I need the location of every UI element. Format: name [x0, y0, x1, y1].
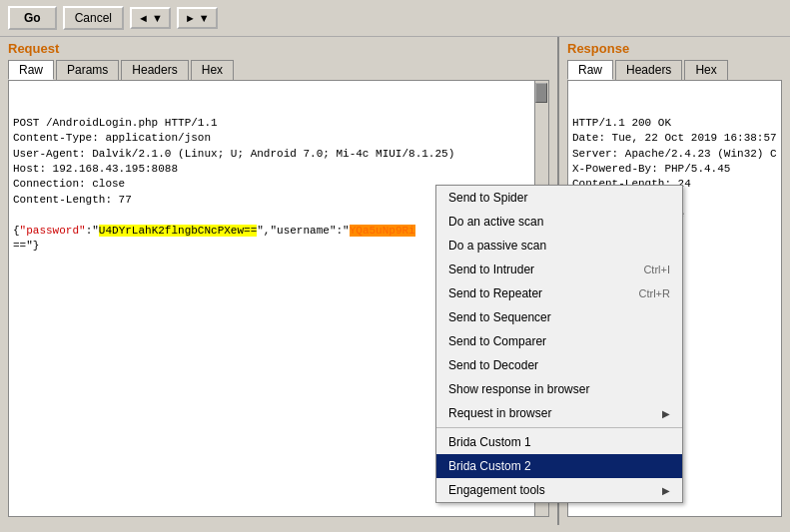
menu-item-label: Brida Custom 1 — [448, 435, 531, 449]
tab-raw-response[interactable]: Raw — [567, 60, 613, 80]
tab-headers-request[interactable]: Headers — [121, 60, 188, 80]
menu-item-brida-custom-2[interactable]: Brida Custom 2 — [436, 454, 682, 478]
forward-button[interactable]: ► ▼ — [177, 7, 218, 29]
menu-item-do-active-scan[interactable]: Do an active scan — [436, 210, 682, 234]
back-button[interactable]: ◄ ▼ — [130, 7, 171, 29]
menu-item-engagement-tools[interactable]: Engagement tools▶ — [436, 478, 682, 502]
request-tab-bar: Raw Params Headers Hex — [0, 58, 557, 80]
tab-raw-request[interactable]: Raw — [8, 60, 54, 80]
menu-item-label: Send to Repeater — [448, 286, 542, 300]
tab-params[interactable]: Params — [56, 60, 119, 80]
menu-item-label: Send to Spider — [448, 191, 527, 205]
context-menu: Send to SpiderDo an active scanDo a pass… — [435, 185, 683, 503]
menu-item-send-to-intruder[interactable]: Send to IntruderCtrl+I — [436, 258, 682, 281]
menu-item-label: Send to Sequencer — [448, 310, 551, 324]
request-scrollbar-thumb — [535, 83, 547, 103]
menu-item-label: Do a passive scan — [448, 239, 546, 253]
menu-item-send-to-comparer[interactable]: Send to Comparer — [436, 329, 682, 353]
cancel-button[interactable]: Cancel — [63, 6, 124, 30]
menu-item-label: Send to Decoder — [448, 358, 538, 372]
menu-item-arrow: ▶ — [662, 408, 670, 419]
menu-item-request-in-browser[interactable]: Request in browser▶ — [436, 401, 682, 425]
menu-item-label: Brida Custom 2 — [448, 459, 531, 473]
menu-item-shortcut: Ctrl+R — [639, 287, 670, 299]
response-title: Response — [559, 37, 790, 58]
menu-item-label: Send to Comparer — [448, 334, 546, 348]
menu-item-label: Send to Intruder — [448, 263, 534, 276]
menu-item-send-to-sequencer[interactable]: Send to Sequencer — [436, 305, 682, 329]
menu-item-do-passive-scan[interactable]: Do a passive scan — [436, 234, 682, 258]
menu-item-show-response-in-browser[interactable]: Show response in browser — [436, 377, 682, 401]
tab-hex-response[interactable]: Hex — [684, 60, 727, 80]
menu-item-send-to-spider[interactable]: Send to Spider — [436, 186, 682, 210]
tab-headers-response[interactable]: Headers — [615, 60, 682, 80]
tab-hex-request[interactable]: Hex — [191, 60, 234, 80]
menu-item-brida-custom-1[interactable]: Brida Custom 1 — [436, 430, 682, 454]
toolbar: Go Cancel ◄ ▼ ► ▼ — [0, 0, 790, 37]
menu-item-label: Do an active scan — [448, 215, 543, 229]
response-tab-bar: Raw Headers Hex — [559, 58, 790, 80]
menu-item-label: Show response in browser — [448, 382, 589, 396]
request-title: Request — [0, 37, 557, 58]
menu-item-send-to-decoder[interactable]: Send to Decoder — [436, 353, 682, 377]
menu-item-label: Request in browser — [448, 406, 551, 420]
menu-item-shortcut: Ctrl+I — [643, 264, 670, 275]
menu-item-label: Engagement tools — [448, 483, 545, 497]
go-button[interactable]: Go — [8, 6, 57, 30]
menu-separator-10 — [436, 427, 682, 428]
menu-item-send-to-repeater[interactable]: Send to RepeaterCtrl+R — [436, 281, 682, 305]
menu-item-arrow: ▶ — [662, 485, 670, 496]
